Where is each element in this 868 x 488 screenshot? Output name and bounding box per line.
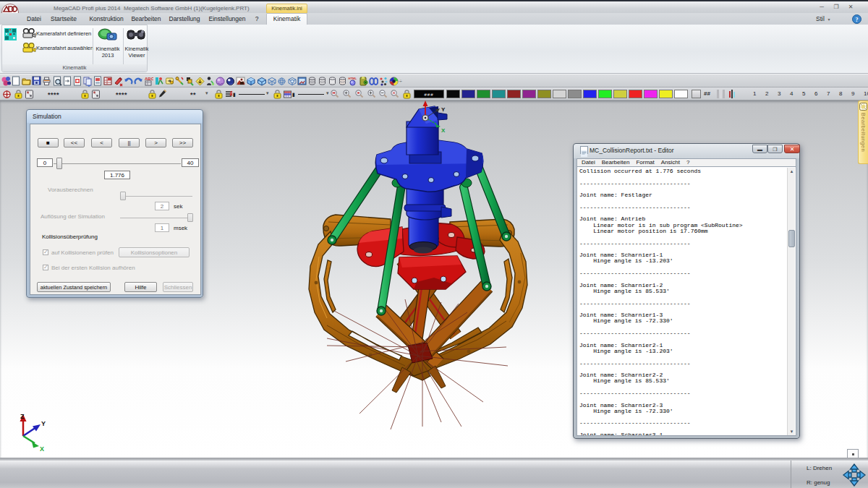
svg-text:X: X xyxy=(40,445,44,451)
svg-text:Y: Y xyxy=(441,106,446,113)
svg-text:Y: Y xyxy=(41,420,46,427)
svg-text:X: X xyxy=(441,127,446,134)
svg-text:?: ? xyxy=(856,17,859,23)
svg-text:Z: Z xyxy=(20,413,25,420)
svg-text:HTML: HTML xyxy=(349,77,357,80)
svg-text:ABC: ABC xyxy=(145,77,153,81)
